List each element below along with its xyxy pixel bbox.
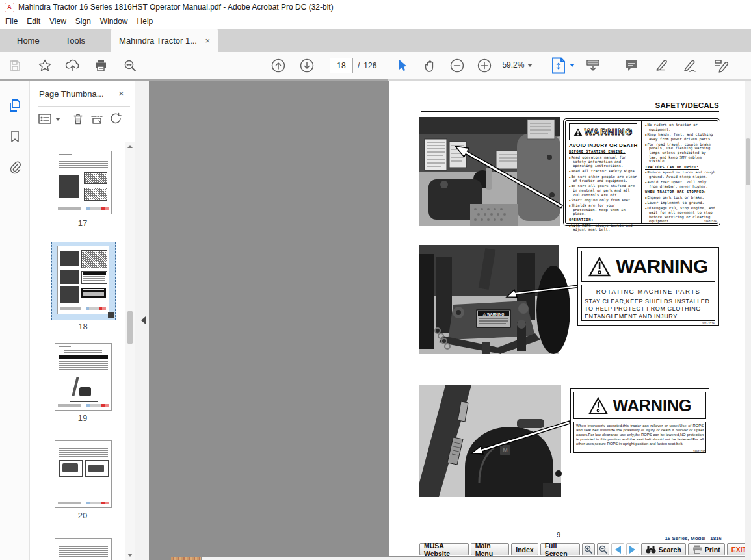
tab-home[interactable]: Home (4, 29, 53, 52)
print-label: Print (705, 546, 720, 554)
toolbar-collapse-icon (585, 58, 601, 73)
warning-triangle-icon (588, 397, 608, 414)
warning-title: WARNING (585, 127, 633, 138)
musa-website-button[interactable]: MUSA Website (419, 543, 469, 555)
window-title: Mahindra Tractor 16 Series 1816HST Opera… (18, 3, 334, 12)
decal-bullet: Reduce speed on turns and rough ground. … (645, 170, 715, 179)
thumbnail-options-button[interactable] (38, 112, 60, 125)
page-thumbnails-rail-button[interactable] (0, 93, 29, 119)
bookmarks-rail-button[interactable] (0, 123, 29, 149)
cloud-upload-icon (65, 58, 81, 73)
menu-sign[interactable]: Sign (75, 16, 98, 27)
thumbnail-resize-handle[interactable] (108, 312, 114, 318)
page-total: 126 (363, 61, 376, 70)
zoom-level-value: 59.2% (502, 60, 524, 70)
decal-bullet: Avoid rear upset. Pull only from drawbar… (645, 180, 715, 188)
warning-triangle-icon (588, 257, 611, 277)
decal-bullet: No riders on tractor or equipment. (645, 123, 715, 131)
menu-edit[interactable]: Edit (27, 16, 47, 27)
thumbnail-page-18-selected[interactable] (51, 242, 116, 320)
thumbnail-label: 20 (55, 511, 111, 520)
pdf-prev-page-button[interactable] (611, 543, 624, 555)
pdf-print-button[interactable]: Print (688, 543, 725, 555)
page-section-header: SAFETY/DECALS (589, 101, 719, 109)
model-text: 16 Series, Model - 1816 (624, 535, 722, 541)
chevron-down-icon (55, 118, 60, 121)
toolbar-options-button[interactable] (582, 56, 604, 75)
panel-close-icon[interactable]: × (118, 88, 124, 99)
page-thumbnails-icon (7, 98, 23, 114)
tab-document[interactable]: Mahindra Tractor 1... × (111, 29, 218, 52)
scroll-up-icon[interactable] (127, 145, 133, 148)
thumbnail-page-20[interactable] (55, 440, 112, 508)
main-menu-button[interactable]: Main Menu (471, 543, 510, 555)
thumbnail-page-17[interactable] (55, 151, 112, 214)
menu-file[interactable]: File (5, 16, 25, 27)
comment-tool-button[interactable] (620, 56, 642, 75)
decal-bullet: With ROPS, always buckle and adjust seat… (569, 223, 639, 232)
warning-title: WARNING (613, 396, 692, 415)
select-tool-button[interactable] (391, 56, 414, 75)
search-icon (123, 58, 137, 73)
highlight-tool-button[interactable] (650, 56, 672, 75)
fit-page-button[interactable] (548, 56, 577, 75)
menu-view[interactable]: View (49, 16, 73, 27)
thumbnail-page-21[interactable] (55, 538, 112, 560)
decal-line1: ROTATING MACHINE PARTS (585, 288, 712, 295)
decal-bullet: Lower implement to ground. (645, 201, 715, 205)
highlighter-icon (653, 58, 669, 73)
attachments-rail-button[interactable] (0, 154, 29, 180)
page-number-input[interactable] (330, 58, 353, 73)
pdf-next-page-button[interactable] (626, 543, 639, 555)
decal-body-text: STAY CLEAR,KEEP SHIELDS INSTALLED TO HEL… (585, 298, 712, 320)
decal-part-code: 18674746 (704, 220, 717, 223)
scrollbar-thumb[interactable] (127, 311, 133, 344)
thumbnail-page-19[interactable] (55, 343, 112, 411)
star-button[interactable] (34, 56, 56, 75)
full-screen-button[interactable]: Full Screen (540, 543, 581, 555)
sign-tool-button[interactable] (680, 56, 702, 75)
fill-sign-tool-button[interactable] (710, 56, 732, 75)
print-button[interactable] (90, 56, 112, 75)
menu-window[interactable]: Window (100, 16, 135, 27)
delete-page-button[interactable] (72, 112, 85, 125)
hand-tool-button[interactable] (419, 56, 441, 75)
search-button[interactable] (119, 56, 141, 75)
menu-help[interactable]: Help (137, 16, 161, 27)
share-button[interactable] (62, 56, 84, 75)
warning-triangle-icon (573, 128, 583, 136)
tab-tools[interactable]: Tools (53, 29, 98, 52)
warning-decal-avoid-injury: WARNING AVOID INJURY OR DEATH BEFORE STA… (563, 118, 720, 226)
tab-close-icon[interactable]: × (205, 36, 210, 45)
left-triangle-icon (615, 546, 621, 554)
warning-decal-header: WARNING (573, 392, 706, 419)
zoom-in-button[interactable] (473, 56, 495, 75)
acrobat-app-icon: A (5, 3, 14, 12)
hand-icon (423, 58, 437, 73)
decal-bullet: Be sure other people are clear of tracto… (569, 175, 639, 183)
pdf-search-button[interactable]: Search (641, 543, 686, 555)
document-scrollbar[interactable] (745, 81, 751, 560)
pdf-zoom-in-button[interactable] (582, 543, 595, 555)
rotate-counterclockwise-icon (109, 112, 122, 125)
index-button[interactable]: Index (511, 543, 538, 555)
next-page-button[interactable] (296, 56, 318, 75)
pdf-page-number: 9 (552, 531, 565, 539)
warning-decal-rotating-parts: WARNING ROTATING MACHINE PARTS STAY CLEA… (577, 247, 719, 326)
decal-bullet: Be sure all gears shifted are in neutral… (569, 184, 639, 197)
zoom-level-combo[interactable]: 59.2% (499, 57, 535, 73)
thumbnails-scrollbar[interactable] (125, 142, 135, 560)
thumbnail-label: 17 (55, 218, 111, 228)
scrollbar-thumb[interactable] (746, 138, 750, 185)
thumbnail-label: 18 (51, 322, 114, 331)
save-button[interactable] (4, 56, 26, 75)
scroll-down-icon[interactable] (127, 554, 133, 557)
pdf-zoom-out-button[interactable] (597, 543, 610, 555)
previous-page-button[interactable] (267, 56, 289, 75)
rotate-page-button[interactable] (109, 112, 122, 125)
extract-page-button[interactable] (90, 112, 104, 125)
decal-bullet: Read all tractor safety signs. (569, 169, 639, 173)
panel-collapse-icon[interactable] (141, 316, 146, 324)
page-up-icon (270, 58, 286, 73)
zoom-out-button[interactable] (446, 56, 468, 75)
